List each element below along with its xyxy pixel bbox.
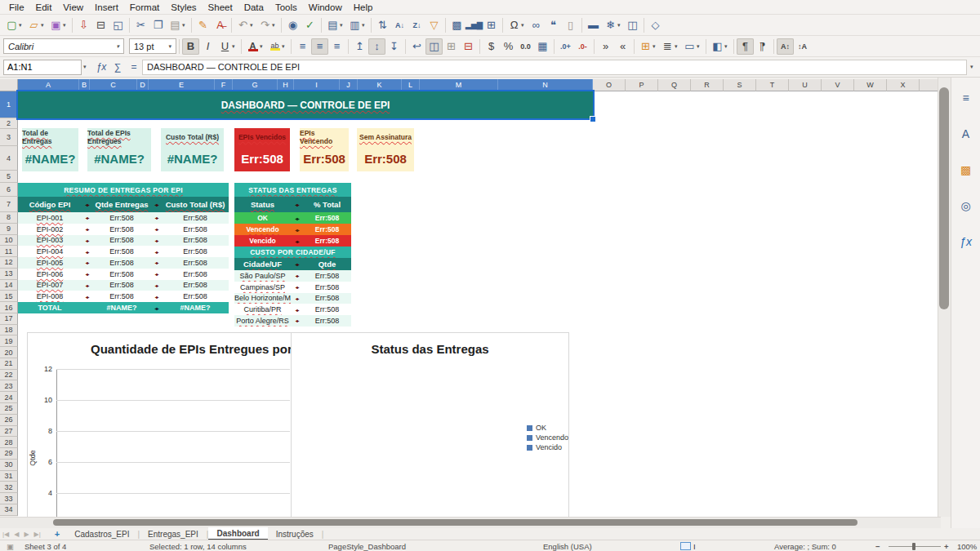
paste-icon[interactable]: ▤ — [167, 17, 184, 33]
kpi-card-sem-assinatura[interactable]: Sem Assinatura Err:508 — [357, 128, 414, 171]
selection-mode-icon[interactable]: I — [680, 541, 696, 551]
horizontal-scrollbar-thumb[interactable] — [53, 519, 858, 526]
sidebar-functions-icon[interactable]: ƒx — [956, 233, 976, 251]
resumo-table-row[interactable]: EPI-007 ◂▸ Err:508 ◂▸ Err:508 — [18, 280, 229, 291]
add-decimal-icon[interactable]: .0+ — [557, 38, 574, 55]
cidade-table-title[interactable]: CUSTO POR CIDADE/UF — [234, 247, 351, 258]
sidebar-properties-icon[interactable]: ≡ — [956, 89, 976, 107]
bold-icon[interactable]: B — [182, 38, 199, 55]
merge-cells-icon[interactable]: ⊞ — [443, 38, 460, 55]
show-document-icon[interactable]: ▯ — [562, 17, 579, 33]
insert-chart-icon[interactable]: ▂▅▇ — [466, 17, 483, 33]
freeze-dropdown-icon[interactable]: ▾ — [617, 22, 624, 29]
menu-item[interactable]: Tools — [270, 2, 303, 12]
row-header[interactable]: 1 — [0, 91, 18, 118]
sidebar-navigator-icon[interactable]: ◎ — [956, 197, 976, 215]
resumo-table-row[interactable]: EPI-004 ◂▸ Err:508 ◂▸ Err:508 — [18, 246, 229, 257]
column-header[interactable]: O — [593, 79, 626, 91]
font-size-dropdown-icon[interactable]: ▾ — [168, 43, 172, 50]
draw-functions-icon[interactable]: ◇ — [647, 17, 664, 33]
row-header[interactable]: 15 — [0, 291, 18, 302]
row-header[interactable]: 27 — [0, 426, 18, 438]
row-header[interactable]: 28 — [0, 437, 18, 448]
sheet-tab-cadastros[interactable]: Cadastros_EPI — [66, 528, 137, 540]
row-header[interactable]: 14 — [0, 280, 18, 291]
resumo-table-row[interactable]: EPI-008 ◂▸ Err:508 ◂▸ Err:508 — [18, 291, 229, 302]
decrease-indent-icon[interactable]: « — [614, 38, 631, 55]
row-header[interactable]: 9 — [0, 224, 18, 235]
row-header[interactable]: 32 — [0, 482, 18, 493]
row-header[interactable]: 19 — [0, 335, 18, 347]
menu-item[interactable]: Format — [124, 2, 165, 12]
valign-center-icon[interactable]: ↕ — [368, 38, 385, 55]
row-header[interactable]: 13 — [0, 269, 18, 280]
highlight-dropdown-icon[interactable]: ▾ — [282, 43, 288, 50]
cidade-table-row[interactable]: Porto Alegre/RS ◂▸ Err:508 — [234, 315, 351, 327]
kpi-card-epis-vencidos[interactable]: EPIs Vencidos Err:508 — [234, 128, 290, 171]
freeze-panes-icon[interactable]: ❄ — [602, 17, 619, 33]
column-header[interactable]: F — [215, 79, 233, 91]
language-selector[interactable]: English (USA) — [543, 541, 592, 551]
status-table-title[interactable]: STATUS DAS ENTREGAS — [234, 183, 351, 197]
insert-columns-icon[interactable]: ▥ — [346, 17, 363, 33]
row-header[interactable]: 24 — [0, 392, 18, 403]
text-rtl-icon[interactable]: ¶ — [754, 38, 771, 55]
bar-chart-object[interactable]: Quantidade de EPIs Entregues por Códi 12… — [27, 332, 292, 518]
row-header[interactable]: 30 — [0, 460, 18, 471]
name-box-dropdown-icon[interactable]: ▾ — [83, 64, 90, 70]
resumo-table-row[interactable]: EPI-005 ◂▸ Err:508 ◂▸ Err:508 — [18, 257, 229, 269]
kpi-card-epis-vencendo[interactable]: EPIs Vencendo Err:508 — [300, 128, 349, 171]
column-header[interactable]: R — [691, 79, 724, 91]
redo-icon[interactable]: ↷ — [256, 17, 274, 33]
conditional-formatting-icon[interactable]: ◧ — [709, 38, 726, 55]
border-color-dropdown-icon[interactable]: ▾ — [697, 43, 703, 50]
column-header[interactable]: A — [18, 79, 79, 91]
print-preview-icon[interactable]: ◱ — [109, 17, 127, 33]
zoom-in-icon[interactable]: + — [944, 541, 949, 551]
sidebar-gallery-icon[interactable]: ▩ — [956, 161, 976, 179]
border-style-icon[interactable]: ≣ — [659, 38, 676, 55]
menu-item[interactable]: Data — [238, 2, 270, 12]
border-style-dropdown-icon[interactable]: ▾ — [675, 43, 681, 50]
undo-icon[interactable]: ↶ — [234, 17, 252, 33]
increase-indent-icon[interactable]: » — [597, 38, 614, 55]
row-header[interactable]: 25 — [0, 403, 18, 415]
highlight-color-icon[interactable]: ab — [266, 38, 283, 55]
resumo-table-row[interactable]: EPI-006 ◂▸ Err:508 ◂▸ Err:508 — [18, 269, 229, 280]
status-table-header[interactable]: Status ◂▸ % Total — [234, 197, 351, 212]
align-left-icon[interactable]: ≡ — [294, 38, 311, 55]
average-sum-info[interactable]: Average: ; Sum: 0 — [774, 541, 836, 551]
page-style[interactable]: PageStyle_Dashboard — [328, 541, 406, 551]
valign-bottom-icon[interactable]: ↧ — [385, 38, 403, 55]
column-header[interactable]: L — [402, 79, 420, 91]
valign-top-icon[interactable]: ↥ — [351, 38, 368, 55]
font-color-icon[interactable]: A — [244, 38, 261, 55]
unmerge-cells-icon[interactable]: ⊟ — [460, 38, 477, 55]
pivot-table-icon[interactable]: ⊞ — [483, 17, 500, 33]
text-ltr-icon[interactable]: ¶ — [737, 38, 754, 55]
column-header[interactable]: U — [789, 79, 822, 91]
row-header[interactable]: 3 — [0, 129, 18, 146]
cidade-table-row[interactable]: São Paulo/SP ◂▸ Err:508 — [234, 270, 351, 282]
column-header[interactable]: K — [358, 79, 402, 91]
export-pdf-icon[interactable]: ⇩ — [75, 17, 92, 33]
row-header[interactable]: 4 — [0, 146, 18, 171]
row-header[interactable]: 22 — [0, 370, 18, 381]
kpi-card-custo-total[interactable]: Custo Total (R$) #NAME? — [161, 128, 224, 171]
row-header[interactable]: 12 — [0, 257, 18, 269]
insert-rows-icon[interactable]: ▤ — [324, 17, 341, 33]
sidebar-styles-icon[interactable]: A — [956, 125, 976, 143]
column-header[interactable]: Q — [658, 79, 691, 91]
function-wizard-icon[interactable]: ƒx — [93, 61, 109, 73]
previous-sheet-icon[interactable]: ◀ — [11, 531, 21, 538]
column-header[interactable]: V — [822, 79, 854, 91]
row-header[interactable]: 7 — [0, 197, 18, 212]
kpi-card-total-epis[interactable]: Total de EPIs Entregues #NAME? — [87, 128, 151, 171]
open-icon[interactable]: ▱ — [25, 17, 42, 33]
name-box[interactable] — [3, 60, 82, 75]
font-color-dropdown-icon[interactable]: ▾ — [260, 43, 266, 50]
split-window-icon[interactable]: ◫ — [624, 17, 641, 33]
clone-formatting-icon[interactable]: ✎ — [194, 17, 212, 33]
row-header[interactable]: 5 — [0, 171, 18, 183]
row-header[interactable]: 21 — [0, 358, 18, 370]
